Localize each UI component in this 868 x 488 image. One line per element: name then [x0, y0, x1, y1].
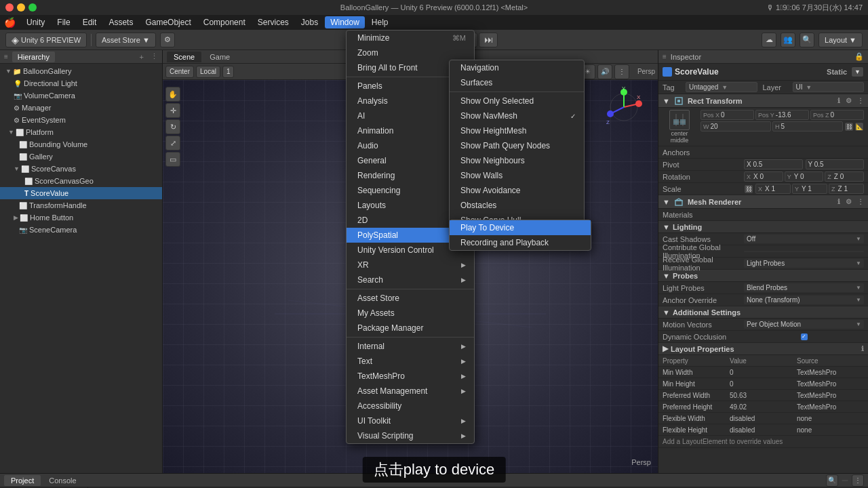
hierarchy-item-gallery[interactable]: ⬜ Gallery [0, 150, 162, 163]
game-tab[interactable]: Game [203, 52, 237, 62]
hierarchy-item-score-canvas-geo[interactable]: ⬜ ScoreCanvasGeo [0, 175, 162, 187]
scene-audio-btn[interactable]: 🔊 [597, 64, 612, 79]
menu-edit[interactable]: Edit [77, 16, 102, 28]
menu-search[interactable]: Search [347, 272, 474, 287]
component-checkbox[interactable] [663, 67, 672, 77]
panels-show-avoidance[interactable]: Show Avoidance [450, 183, 584, 198]
dynamic-occlusion-checkbox[interactable]: ✓ [744, 333, 864, 341]
panels-show-heightmesh[interactable]: Show HeightMesh [450, 123, 584, 138]
static-dropdown[interactable]: ▼ [851, 66, 864, 77]
hierarchy-item-scene-camera[interactable]: 📷 SceneCamera [0, 224, 162, 236]
panels-surfaces[interactable]: Surfaces [450, 75, 584, 90]
search-project-btn[interactable]: 🔍 [826, 474, 838, 487]
blueprint-btn[interactable]: 📐 [854, 122, 864, 131]
pivot-btn[interactable]: Center [165, 66, 194, 78]
inspector-lock[interactable]: 🔒 [854, 52, 864, 61]
collab-btn[interactable]: 👥 [781, 33, 795, 47]
scale-link-btn[interactable]: ⛓ [744, 184, 753, 194]
search-toolbar-btn[interactable]: 🔍 [800, 33, 814, 47]
menu-help[interactable]: Help [366, 16, 394, 28]
menu-zoom[interactable]: Zoom [347, 45, 474, 60]
close-button[interactable] [5, 3, 14, 12]
layout-btn[interactable]: Layout ▼ [818, 33, 863, 47]
hierarchy-tab[interactable]: Hierarchy [12, 52, 55, 62]
rotate-tool[interactable]: ↻ [165, 119, 180, 134]
traffic-lights[interactable] [5, 3, 37, 12]
project-tab[interactable]: Project [4, 475, 41, 486]
menu-jobs[interactable]: Jobs [296, 16, 323, 28]
scale-z-field[interactable]: ZZ 1 [829, 184, 864, 194]
tag-value[interactable]: Untagged ▼ [686, 82, 757, 92]
menu-my-assets[interactable]: My Assets [347, 306, 474, 321]
num-btn[interactable]: 1 [222, 66, 235, 78]
hierarchy-item-directional-light[interactable]: 💡 Directional Light [0, 77, 162, 89]
settings-btn[interactable]: ⚙ [160, 33, 175, 47]
pos-y-field[interactable]: Pos Y-13.6 [755, 110, 809, 120]
motion-vectors-value[interactable]: Per Object Motion ▼ [744, 320, 864, 329]
scale-x-field[interactable]: XX 1 [755, 184, 791, 194]
width-field[interactable]: W20 [701, 121, 771, 131]
hierarchy-item-home-button[interactable]: ▶ ⬜ Home Button [0, 211, 162, 224]
project-menu-btn[interactable]: ⋮ [852, 474, 864, 487]
panels-navigation[interactable]: Navigation [450, 60, 584, 75]
scene-tab[interactable]: Scene [167, 52, 201, 62]
menu-window[interactable]: Window [325, 16, 365, 28]
menu-services[interactable]: Services [252, 16, 294, 28]
menu-asset-management[interactable]: Asset Management [347, 384, 474, 399]
menu-xr[interactable]: XR [347, 258, 474, 272]
panels-obstacles[interactable]: Obstacles [450, 198, 584, 213]
constrain-btn[interactable]: ⛓ [844, 122, 854, 131]
panels-show-walls[interactable]: Show Walls [450, 168, 584, 183]
cloud-btn[interactable]: ☁ [762, 33, 776, 47]
hierarchy-item-balloon-gallery[interactable]: ▼ 📁 BalloonGallery [0, 65, 162, 77]
cast-shadows-value[interactable]: Off ▼ [744, 235, 864, 243]
minimize-button[interactable] [17, 3, 25, 12]
menu-minimize[interactable]: Minimize ⌘M [347, 30, 474, 45]
menu-assets[interactable]: Assets [103, 16, 138, 28]
panels-path-query[interactable]: Show Path Query Nodes [450, 138, 584, 153]
rot-x-field[interactable]: XX 0 [744, 171, 783, 182]
recording-playback-item[interactable]: Recording and Playback [450, 235, 591, 250]
menu-package-manager[interactable]: Package Manager [347, 321, 474, 336]
hierarchy-item-bounding-volume[interactable]: ⬜ Bounding Volume [0, 138, 162, 150]
rot-y-field[interactable]: YY 0 [785, 171, 824, 182]
scene-more-btn[interactable]: ⋮ [614, 64, 629, 79]
mesh-settings-btn[interactable]: ⚙ [846, 198, 852, 205]
hand-tool[interactable]: ✋ [165, 87, 180, 102]
menu-text[interactable]: Text [347, 354, 474, 369]
asset-store-btn[interactable]: Asset Store ▼ [96, 33, 156, 47]
rect-tool[interactable]: ▭ [165, 152, 180, 167]
layout-info-btn[interactable]: ℹ [861, 345, 864, 352]
hierarchy-item-score-canvas[interactable]: ▼ ⬜ ScoreCanvas [0, 163, 162, 175]
panels-show-only-selected[interactable]: Show Only Selected [450, 94, 584, 108]
menu-unity[interactable]: Unity [21, 16, 50, 28]
panels-show-navmesh[interactable]: Show NavMesh ✓ [450, 108, 584, 123]
hierarchy-item-transform-handle[interactable]: ⬜ TransformHandle [0, 199, 162, 211]
menu-asset-store[interactable]: Asset Store [347, 291, 474, 306]
hierarchy-item-score-value[interactable]: T ScoreValue [0, 187, 162, 199]
rot-z-field[interactable]: ZZ 0 [825, 171, 864, 182]
rect-settings-btn[interactable]: ⚙ [846, 97, 852, 104]
maximize-button[interactable] [28, 3, 37, 12]
step-btn[interactable]: ⏭ [479, 33, 498, 47]
menu-gameobject[interactable]: GameObject [140, 16, 196, 28]
mesh-more-btn[interactable]: ⋮ [857, 198, 864, 205]
anchor-preset[interactable]: center middle [663, 110, 696, 144]
rect-transform-header[interactable]: ▼ Rect Transform ℹ ⚙ ⋮ [658, 94, 868, 108]
play-to-device-item[interactable]: Play To Device [450, 220, 591, 235]
rect-more-btn[interactable]: ⋮ [857, 97, 864, 104]
menu-textmeshpro[interactable]: TextMeshPro [347, 369, 474, 384]
pos-z-field[interactable]: Pos Z0 [810, 110, 864, 120]
height-field[interactable]: H5 [772, 121, 843, 131]
move-tool[interactable]: ✛ [165, 103, 180, 118]
menu-internal[interactable]: Internal [347, 339, 474, 354]
rect-info-btn[interactable]: ℹ [837, 97, 840, 104]
hierarchy-menu-btn[interactable]: ⋮ [151, 52, 158, 61]
pivot-x-field[interactable]: X 0.5 [744, 159, 803, 169]
apple-logo[interactable]: 🍎 [4, 17, 16, 28]
menu-accessibility[interactable]: Accessibility [347, 399, 474, 413]
layer-value[interactable]: UI ▼ [793, 82, 865, 92]
console-tab[interactable]: Console [42, 475, 83, 486]
pivot-y-field[interactable]: Y 0.5 [806, 159, 865, 169]
hierarchy-item-manager[interactable]: ⚙ Manager [0, 102, 162, 114]
